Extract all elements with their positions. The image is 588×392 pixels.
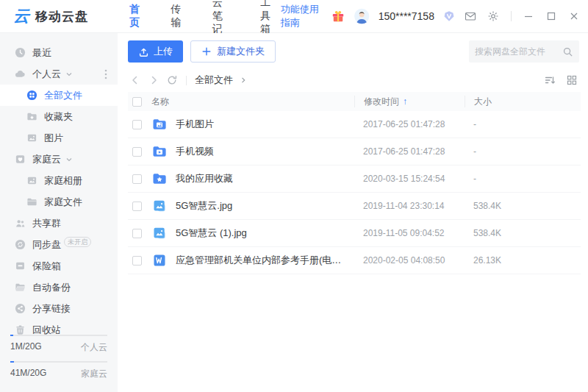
file-list: 手机图片 2017-06-25 01:47:28 - 手机视频 2017-06-… — [128, 111, 581, 274]
file-modified: 2020-03-15 15:24:54 — [354, 174, 465, 184]
folder-star-icon — [26, 111, 37, 122]
row-checkbox[interactable] — [132, 229, 142, 238]
search-icon[interactable] — [562, 46, 573, 57]
sort-order-icon[interactable] — [544, 74, 556, 86]
select-all-checkbox[interactable] — [132, 97, 142, 107]
status-badge: 未开启 — [64, 237, 91, 247]
file-name[interactable]: 手机图片 — [176, 118, 354, 131]
table-row-2[interactable]: 我的应用收藏 2020-03-15 15:24:54 - — [128, 165, 581, 193]
upload-label: 上传 — [154, 45, 173, 58]
minimize-button[interactable] — [521, 7, 535, 26]
new-folder-button[interactable]: 新建文件夹 — [190, 40, 276, 63]
file-modified: 2017-06-25 01:47:28 — [354, 146, 465, 157]
nav-tab-1[interactable]: 传输 — [171, 3, 184, 29]
column-modified[interactable]: 修改时间 — [364, 96, 399, 108]
picture-icon — [26, 132, 37, 143]
chevron-down-icon — [65, 71, 73, 78]
backup-folder-icon — [15, 282, 26, 293]
titlebar-divider — [511, 11, 512, 21]
refresh-icon[interactable] — [166, 74, 178, 86]
file-name[interactable]: 手机视频 — [176, 145, 354, 158]
group-icon — [15, 218, 26, 229]
row-checkbox[interactable] — [132, 120, 142, 129]
file-name[interactable]: 5G智慧云 (1).jpg — [176, 227, 354, 240]
table-row-5[interactable]: 应急管理部机关单位内部参考手册(电子版).docx 2020-02-05 04:… — [128, 247, 581, 274]
storage-label: 个人云 — [81, 341, 107, 354]
sidebar-item-7[interactable]: 家庭文件 — [0, 191, 118, 213]
breadcrumb-current[interactable]: 全部文件 — [195, 74, 233, 87]
sort-asc-arrow-icon[interactable]: ↑ — [403, 96, 407, 107]
table-row-1[interactable]: 手机视频 2017-06-25 01:47:28 - — [128, 138, 581, 165]
column-size[interactable]: 大小 — [474, 96, 492, 108]
search-box[interactable] — [469, 40, 579, 63]
file-name[interactable]: 我的应用收藏 — [176, 172, 354, 185]
file-modified: 2019-11-05 09:04:52 — [354, 228, 465, 238]
sidebar-item-11[interactable]: 自动备份 — [0, 277, 118, 298]
search-input[interactable] — [475, 46, 562, 57]
sidebar-item-3[interactable]: 收藏夹 — [0, 106, 118, 127]
nav-tab-0[interactable]: 首页 — [129, 3, 143, 29]
sidebar-item-10[interactable]: 保险箱 — [0, 255, 118, 277]
more-options-icon[interactable] — [104, 69, 107, 79]
file-size: 26.13K — [465, 255, 581, 266]
vip-badge-icon[interactable] — [443, 10, 455, 22]
row-checkbox[interactable] — [132, 174, 142, 184]
close-button[interactable] — [567, 7, 581, 26]
folder-icon — [26, 196, 37, 207]
breadcrumb-caret-icon — [240, 76, 247, 84]
storage-bar — [10, 335, 107, 336]
back-icon[interactable] — [129, 74, 141, 86]
file-modified: 2020-02-05 04:08:50 — [354, 255, 465, 266]
plus-icon — [201, 46, 212, 57]
sync-icon — [15, 239, 26, 250]
table-row-3[interactable]: 5G智慧云.jpg 2019-11-04 23:30:14 538.4K — [128, 193, 581, 220]
storage-usage: 41M/20G — [10, 368, 46, 380]
image-file-icon — [152, 199, 167, 213]
sidebar-item-5[interactable]: 家庭云 — [0, 149, 118, 170]
sidebar-item-8[interactable]: 共享群 — [0, 213, 118, 234]
table-row-0[interactable]: 手机图片 2017-06-25 01:47:28 - — [128, 111, 581, 138]
app-window: 云 移动云盘 首页传输云笔记工具箱 功能使用指南 150****7158 最近 — [0, 0, 588, 392]
file-modified: 2017-06-25 01:47:28 — [354, 119, 465, 129]
maximize-button[interactable] — [544, 7, 558, 26]
account-phone[interactable]: 150****7158 — [379, 10, 434, 22]
sidebar-item-9[interactable]: 同步盘 未开启 — [0, 234, 118, 255]
grid-view-icon[interactable] — [566, 74, 578, 86]
nav-tab-3[interactable]: 工具箱 — [260, 0, 281, 36]
file-name[interactable]: 应急管理部机关单位内部参考手册(电子版).docx — [176, 254, 354, 267]
row-checkbox[interactable] — [132, 202, 142, 211]
folder-star-blue-icon — [152, 171, 167, 186]
settings-gear-icon[interactable] — [487, 7, 501, 26]
sidebar-item-12[interactable]: 分享链接 — [0, 298, 118, 319]
chevron-down-icon — [65, 156, 73, 163]
file-modified: 2019-11-04 23:30:14 — [354, 201, 465, 211]
sidebar-item-0[interactable]: 最近 — [0, 42, 118, 63]
folder-image-icon — [152, 117, 167, 132]
nav-tab-2[interactable]: 云笔记 — [212, 0, 233, 36]
mail-icon[interactable] — [464, 7, 478, 26]
storage-group: 41M/20G 家庭云 — [10, 361, 107, 380]
sidebar-item-2[interactable]: 全部文件 — [0, 85, 118, 106]
row-checkbox[interactable] — [132, 256, 142, 266]
titlebar-right: 功能使用指南 150****7158 — [281, 3, 588, 29]
gift-icon[interactable] — [331, 9, 345, 24]
upload-icon — [138, 46, 149, 57]
app-title: 移动云盘 — [35, 8, 88, 25]
sidebar-item-1[interactable]: 个人云 — [0, 63, 118, 85]
file-name[interactable]: 5G智慧云.jpg — [176, 199, 354, 213]
folder-video-icon — [152, 144, 167, 159]
sidebar-item-4[interactable]: 图片 — [0, 127, 118, 149]
breadcrumb-divider — [186, 76, 187, 85]
sidebar-item-6[interactable]: 家庭相册 — [0, 170, 118, 191]
upload-button[interactable]: 上传 — [128, 40, 183, 63]
table-row-4[interactable]: 5G智慧云 (1).jpg 2019-11-05 09:04:52 538.4K — [128, 220, 581, 247]
safe-icon — [15, 260, 26, 271]
forward-icon[interactable] — [148, 74, 159, 86]
file-size: 538.4K — [465, 228, 581, 238]
avatar[interactable] — [354, 6, 369, 26]
cloud-logo-icon: 云 — [13, 8, 29, 24]
sidebar: 最近 个人云 全部文件 收藏夹 图片 家庭云 家庭相册 — [0, 33, 118, 392]
column-name[interactable]: 名称 — [151, 96, 169, 108]
usage-guide-link[interactable]: 功能使用指南 — [281, 3, 323, 29]
row-checkbox[interactable] — [132, 147, 142, 157]
